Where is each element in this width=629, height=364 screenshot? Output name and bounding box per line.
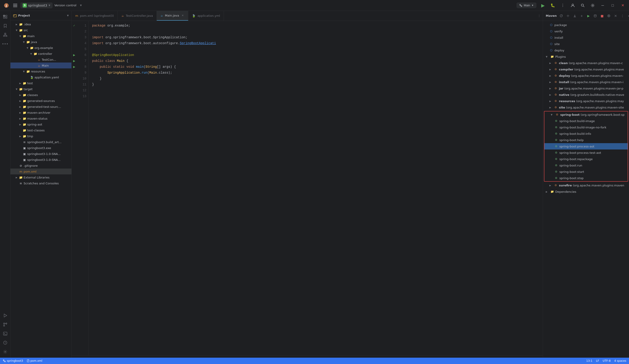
tree-item-maven-status[interactable]: ▶ 📁 maven-status <box>10 115 71 121</box>
sidebar-icon-problems[interactable] <box>1 339 9 347</box>
maven-expand-icon[interactable]: ↔ <box>626 13 629 19</box>
sidebar-icon-terminal[interactable] <box>1 330 9 338</box>
tab-close-main[interactable]: ✕ <box>181 14 184 17</box>
hamburger-menu[interactable] <box>12 3 19 8</box>
sidebar-icon-structure[interactable] <box>1 31 9 39</box>
tree-item-gen-sources[interactable]: ▶ 📁 generated-sources <box>10 98 71 104</box>
maven-more-options-icon[interactable]: ⋮ <box>619 13 626 19</box>
tab-overflow-button[interactable]: ⋮ <box>536 11 543 21</box>
status-position[interactable]: 13:1 <box>586 359 593 363</box>
status-git-branch[interactable]: springboot3 <box>3 359 23 363</box>
maven-item-verify[interactable]: ⬡ verify <box>543 28 629 34</box>
tree-item-java[interactable]: ▼ 📁 java <box>10 39 71 45</box>
maximize-button[interactable]: □ <box>609 2 616 9</box>
search-button[interactable] <box>579 2 586 9</box>
tab-appyml[interactable]: 🍃 application.yml <box>188 11 224 21</box>
sidebar-icon-settings2[interactable] <box>1 348 9 356</box>
tree-item-scratches[interactable]: ≡ Scratches and Consoles <box>10 180 71 186</box>
tree-item-classes[interactable]: ▶ 📁 classes <box>10 92 71 98</box>
tree-item-build-art[interactable]: ≡ springboot3.build_art... <box>10 139 71 145</box>
tree-item-target[interactable]: ▼ 📁 target <box>10 86 71 92</box>
maven-plugin-spring-boot[interactable]: ▼ ⚙ spring-boot (org.springframework.boo… <box>544 111 628 118</box>
maven-plugin-surefire[interactable]: ▶ ⚙ surefire (org.apache.maven.plugins:m… <box>543 182 629 188</box>
tree-item-src[interactable]: ▼ 📁 src <box>10 27 71 33</box>
tree-item-testcontroller[interactable]: ☕ TestCon... <box>10 57 71 63</box>
maven-item-install[interactable]: ⬡ install <box>543 34 629 41</box>
maven-dependencies-section[interactable]: ▶ 📁 Dependencies <box>543 188 629 195</box>
run-button[interactable]: ▶ <box>539 2 546 9</box>
tree-item-main[interactable]: ▼ 📁 main <box>10 33 71 39</box>
maven-item-deploy[interactable]: ⬡ deploy <box>543 47 629 53</box>
tree-item-appyaml[interactable]: 🍃 application.yaml <box>10 74 71 80</box>
maven-download-icon[interactable] <box>572 13 578 19</box>
maven-goal-run[interactable]: ⚙ spring-boot:run <box>544 162 628 169</box>
maven-show-effective-icon[interactable] <box>606 13 612 19</box>
maven-item-site[interactable]: ⬡ site <box>543 41 629 47</box>
maven-plugin-site[interactable]: ▶ ⚙ site (org.apache.maven.plugins:maven… <box>543 104 629 110</box>
tree-item-resources[interactable]: ▼ 📁 resources <box>10 68 71 74</box>
maven-plugins-header[interactable]: ▼ 📁 Plugins <box>543 53 629 60</box>
tab-main[interactable]: ☕ Main.java ✕ <box>157 11 188 21</box>
project-title[interactable]: S springboot3 ▼ <box>20 2 53 8</box>
vcs-menu[interactable]: Version control <box>54 4 76 7</box>
tree-item-tmp[interactable]: ▶ 📁 tmp <box>10 133 71 139</box>
tree-item-jar2[interactable]: ▣ springboot3-1.0-SNA... <box>10 157 71 163</box>
maven-add-icon[interactable]: + <box>578 13 585 19</box>
maven-plugin-clean[interactable]: ▶ ⚙ clean (org.apache.maven.plugins:mave… <box>543 60 629 66</box>
maven-goal-build-info[interactable]: ⚙ spring-boot:build-info <box>544 130 628 137</box>
maven-run-lifecycle-icon[interactable]: ▶ <box>585 13 592 19</box>
maven-plugin-resources[interactable]: ▶ ⚙ resources (org.apache.maven.plugins:… <box>543 98 629 104</box>
maven-goal-process-test-aot[interactable]: ⚙ spring-boot:process-test-aot <box>544 150 628 156</box>
tree-item-spring-aot[interactable]: ▶ 📁 spring-aot <box>10 121 71 127</box>
debug-button[interactable]: 🐛 <box>549 2 556 9</box>
tree-item-pom[interactable]: m pom.xml <box>10 169 71 175</box>
tree-item-exe[interactable]: ▣ springboot3.exe <box>10 145 71 151</box>
maven-plugin-deploy[interactable]: ▶ ⚙ deploy (org.apache.maven.plugins:mav… <box>543 73 629 79</box>
minimize-button[interactable]: ─ <box>599 2 606 9</box>
maven-goal-stop[interactable]: ⚙ spring-boot:stop <box>544 175 628 181</box>
maven-goal-repackage[interactable]: ⚙ spring-boot:repackage <box>544 156 628 162</box>
tree-item-gitignore[interactable]: ⊘ .gitignore <box>10 163 71 169</box>
more-options-button[interactable]: ⋮ <box>559 2 566 9</box>
maven-goal-help[interactable]: ⚙ spring-boot:help <box>544 137 628 143</box>
maven-run-debug-icon[interactable] <box>592 13 598 19</box>
account-button[interactable] <box>569 2 576 9</box>
maven-settings-icon[interactable] <box>565 13 571 19</box>
tree-item-main-class[interactable]: ☕ Main <box>10 63 71 68</box>
tree-item-gen-test-sources[interactable]: ▶ 📁 generated-test-sourc... <box>10 104 71 110</box>
maven-plugin-jar[interactable]: ▶ ⚙ jar (org.apache.maven.plugins:maven-… <box>543 85 629 91</box>
sidebar-icon-more[interactable]: ••• <box>1 40 9 48</box>
tree-item-test[interactable]: ▶ 📁 test <box>10 80 71 86</box>
branch-selector[interactable]: Main ▼ <box>516 2 536 8</box>
sidebar-icon-git[interactable] <box>1 321 9 329</box>
code-content[interactable]: package org.example; import org.springfr… <box>88 21 543 355</box>
maven-goal-build-image-nofork[interactable]: ⚙ spring-boot:build-image-no-fork <box>544 124 628 130</box>
close-button[interactable]: ✕ <box>619 2 626 9</box>
maven-stop-icon[interactable]: ■ <box>599 13 605 19</box>
maven-plugin-install[interactable]: ▶ ⚙ install (org.apache.maven.plugins:ma… <box>543 79 629 85</box>
maven-goal-process-aot[interactable]: ⚙ spring-boot:process-aot <box>544 143 628 150</box>
maven-goal-start[interactable]: ⚙ spring-boot:start <box>544 169 628 175</box>
tree-item-controller[interactable]: ▼ 📁 controller <box>10 51 71 57</box>
status-line-ending[interactable]: LF <box>596 359 599 363</box>
maven-refresh-icon[interactable] <box>558 13 564 19</box>
editor-scrollbar-horizontal[interactable] <box>72 355 543 358</box>
status-file[interactable]: pom.xml <box>27 359 42 363</box>
tab-testcontroller[interactable]: ☕ TestController.java <box>118 11 157 21</box>
tab-pom[interactable]: m pom.xml (springboot3) <box>72 11 118 21</box>
status-indent[interactable]: 4 spaces <box>614 359 626 363</box>
tree-item-external-libs[interactable]: ▶ 📁 External Libraries <box>10 175 71 180</box>
tree-item-maven-archiver[interactable]: ▶ 📁 maven-archiver <box>10 110 71 115</box>
tree-item-test-classes[interactable]: 📁 test-classes <box>10 127 71 133</box>
sidebar-icon-run[interactable] <box>1 311 9 320</box>
maven-goal-build-image[interactable]: ⚙ spring-boot:build-image <box>544 118 628 124</box>
tree-item-jar1[interactable]: ▣ springboot3-1.0-SNA... <box>10 151 71 157</box>
tree-item-orgexample[interactable]: ▼ 📁 org.example <box>10 45 71 51</box>
maven-plugin-compiler[interactable]: ▶ ⚙ compiler (org.apache.maven.plugins:m… <box>543 66 629 73</box>
maven-item-package[interactable]: ⬡ package <box>543 22 629 28</box>
status-encoding[interactable]: UTF-8 <box>603 359 611 363</box>
tree-item-idea[interactable]: ▶ 📁 .idea <box>10 21 71 27</box>
sidebar-icon-bookmarks[interactable] <box>1 22 9 30</box>
settings-button[interactable] <box>589 2 596 9</box>
maven-plugin-native[interactable]: ▶ ⚙ native (org.graalvm.buildtools:nativ… <box>543 91 629 98</box>
